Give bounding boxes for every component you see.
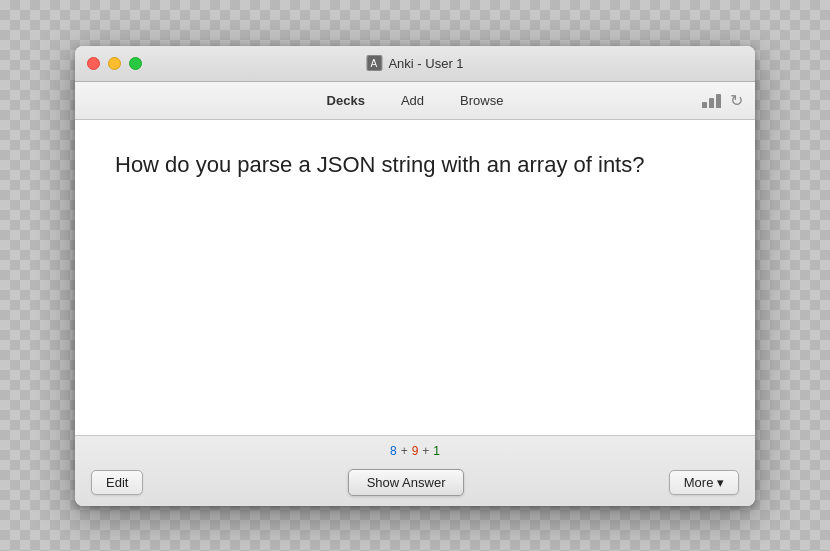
traffic-lights bbox=[87, 57, 142, 70]
main-window: A Anki - User 1 Decks Add Browse ↻ How d… bbox=[75, 46, 755, 506]
counter-sep2: + bbox=[422, 444, 429, 458]
card-question: How do you parse a JSON string with an a… bbox=[115, 150, 644, 181]
title-bar-center: A Anki - User 1 bbox=[366, 55, 463, 71]
minimize-button[interactable] bbox=[108, 57, 121, 70]
sync-icon[interactable]: ↻ bbox=[730, 91, 743, 110]
counter-red: 9 bbox=[412, 444, 419, 458]
window-title: Anki - User 1 bbox=[388, 56, 463, 71]
close-button[interactable] bbox=[87, 57, 100, 70]
bottom-buttons: Edit Show Answer More ▾ bbox=[75, 469, 755, 496]
stats-icon[interactable] bbox=[702, 92, 722, 108]
nav-browse[interactable]: Browse bbox=[454, 89, 509, 112]
title-bar: A Anki - User 1 bbox=[75, 46, 755, 82]
toolbar: Decks Add Browse ↻ bbox=[75, 82, 755, 120]
bottom-bar: 8 + 9 + 1 Edit Show Answer More ▾ bbox=[75, 436, 755, 506]
edit-button[interactable]: Edit bbox=[91, 470, 143, 495]
counter-green: 1 bbox=[433, 444, 440, 458]
card-counter: 8 + 9 + 1 bbox=[390, 444, 440, 458]
card-area: How do you parse a JSON string with an a… bbox=[75, 120, 755, 436]
nav-decks[interactable]: Decks bbox=[321, 89, 371, 112]
toolbar-right: ↻ bbox=[702, 91, 743, 110]
show-answer-button[interactable]: Show Answer bbox=[348, 469, 465, 496]
counter-blue: 8 bbox=[390, 444, 397, 458]
maximize-button[interactable] bbox=[129, 57, 142, 70]
nav-add[interactable]: Add bbox=[395, 89, 430, 112]
toolbar-nav: Decks Add Browse bbox=[321, 89, 510, 112]
app-icon: A bbox=[366, 55, 382, 71]
svg-text:A: A bbox=[370, 58, 377, 69]
counter-sep1: + bbox=[401, 444, 408, 458]
more-button[interactable]: More ▾ bbox=[669, 470, 739, 495]
